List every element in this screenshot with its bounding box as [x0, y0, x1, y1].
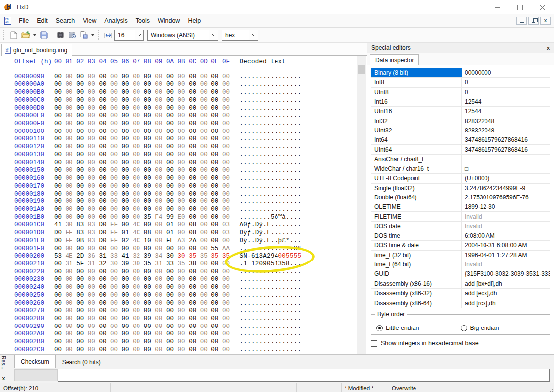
hex-byte[interactable]: 00	[88, 198, 99, 206]
hex-byte[interactable]: 00	[211, 229, 222, 237]
hex-byte[interactable]: 00	[88, 300, 99, 308]
hex-byte[interactable]: 00	[200, 206, 211, 214]
hex-byte[interactable]: 32	[133, 253, 144, 261]
hex-byte[interactable]: 00	[99, 198, 110, 206]
hex-byte[interactable]: 00	[110, 315, 122, 323]
hex-byte[interactable]: 00	[133, 159, 144, 167]
hex-byte[interactable]: 00	[178, 221, 189, 229]
hex-byte[interactable]: 00	[122, 214, 133, 222]
decoded-text[interactable]: ................	[240, 315, 302, 322]
inspector-value[interactable]: 6:08:00 AM	[462, 232, 550, 239]
hex-byte[interactable]: 00	[110, 143, 122, 151]
hex-byte[interactable]: 00	[122, 183, 133, 191]
hex-byte[interactable]: 00	[155, 206, 166, 214]
hex-byte[interactable]: 00	[189, 206, 200, 214]
hex-byte[interactable]: 00	[166, 346, 178, 354]
hex-byte[interactable]: 00	[76, 135, 88, 143]
hex-byte[interactable]: 00	[178, 112, 189, 120]
hex-byte[interactable]: 00	[133, 175, 144, 183]
hex-byte[interactable]: 00	[99, 167, 110, 175]
decoded-text[interactable]: ................	[240, 73, 302, 80]
hex-byte[interactable]: 00	[211, 120, 222, 128]
hex-byte[interactable]: 00	[76, 105, 88, 113]
hex-byte[interactable]: 00	[155, 292, 166, 300]
hex-byte[interactable]: 00	[155, 198, 166, 206]
tab-checksum[interactable]: Checksum	[14, 355, 56, 368]
hex-byte[interactable]: 00	[76, 89, 88, 97]
hex-byte[interactable]: 00	[122, 73, 133, 81]
hex-byte[interactable]: 35	[178, 261, 189, 268]
hex-byte[interactable]: 00	[122, 323, 133, 331]
hex-byte[interactable]: 00	[76, 214, 88, 222]
hex-byte[interactable]: 00	[189, 159, 200, 167]
hex-byte[interactable]: 00	[211, 143, 222, 151]
hex-byte[interactable]: 00	[54, 159, 66, 167]
inspector-value[interactable]: Invalid	[462, 261, 550, 268]
hex-byte[interactable]: 32	[99, 261, 110, 268]
hex-byte[interactable]: 00	[99, 128, 110, 136]
hex-byte[interactable]: 00	[110, 323, 122, 331]
hex-byte[interactable]: 35	[211, 253, 222, 261]
hex-byte[interactable]: 08	[144, 229, 155, 237]
hex-byte[interactable]: 00	[211, 268, 222, 276]
menu-window[interactable]: Window	[154, 15, 184, 26]
decoded-text[interactable]: ................	[240, 338, 302, 345]
hex-byte[interactable]: 00	[133, 276, 144, 284]
hex-byte[interactable]: 00	[110, 206, 122, 214]
hex-byte[interactable]: 00	[110, 307, 122, 315]
hex-byte[interactable]: 00	[189, 300, 200, 308]
hex-byte[interactable]: 00	[99, 143, 110, 151]
hex-byte[interactable]: 00	[200, 307, 211, 315]
bytes-per-row-combo[interactable]: 16	[114, 30, 144, 41]
hex-byte[interactable]: 00	[189, 135, 200, 143]
hex-byte[interactable]: 00	[54, 167, 66, 175]
menu-help[interactable]: Help	[184, 15, 205, 26]
hex-byte[interactable]: 00	[166, 159, 178, 167]
hex-byte[interactable]: 00	[110, 330, 122, 338]
hex-byte[interactable]: 00	[155, 105, 166, 113]
hex-byte[interactable]: 00	[189, 198, 200, 206]
hex-byte[interactable]: 00	[88, 73, 99, 81]
hex-byte[interactable]: 00	[133, 89, 144, 97]
inspector-value[interactable]: 00000000	[462, 69, 550, 76]
hex-byte[interactable]: 00	[54, 276, 66, 284]
panel-close-icon[interactable]: x	[547, 45, 550, 51]
decoded-text[interactable]: ........5ô™à....	[240, 214, 302, 221]
hex-byte[interactable]: 35	[222, 253, 234, 261]
hex-byte[interactable]: 00	[54, 206, 66, 214]
hex-byte[interactable]: 00	[222, 284, 234, 292]
hex-byte[interactable]: 00	[99, 292, 110, 300]
decoded-text[interactable]: ................	[240, 198, 302, 205]
hex-byte[interactable]: 00	[54, 105, 66, 113]
hex-byte[interactable]: 00	[178, 338, 189, 346]
hex-byte[interactable]: 00	[166, 81, 178, 89]
inspector-type-label[interactable]: UInt32	[371, 126, 462, 135]
hex-byte[interactable]: 00	[110, 198, 122, 206]
decoded-text[interactable]: ..............Uª	[240, 245, 302, 252]
decoded-text[interactable]: ................	[240, 330, 302, 337]
hex-byte[interactable]: 00	[54, 330, 66, 338]
hex-byte[interactable]: 00	[99, 175, 110, 183]
hex-byte[interactable]: 00	[66, 346, 77, 354]
offset-base-combo[interactable]: hex	[222, 30, 258, 41]
decoded-text[interactable]: ................	[240, 120, 302, 127]
hex-byte[interactable]: 00	[178, 73, 189, 81]
hex-byte[interactable]: 00	[122, 198, 133, 206]
encoding-combo[interactable]: Windows (ANSI)	[147, 30, 218, 41]
hex-byte[interactable]: F4	[155, 214, 166, 222]
hex-byte[interactable]: 00	[76, 307, 88, 315]
hex-byte[interactable]: 00	[166, 143, 178, 151]
hex-byte[interactable]: 01	[166, 229, 178, 237]
hex-byte[interactable]: 00	[200, 221, 211, 229]
hex-byte[interactable]: 00	[110, 338, 122, 346]
hex-byte[interactable]: 00	[166, 300, 178, 308]
hex-byte[interactable]: 00	[200, 89, 211, 97]
hex-byte[interactable]: FF	[110, 229, 122, 237]
hex-byte[interactable]: 00	[222, 214, 234, 222]
hex-byte[interactable]: 00	[133, 346, 144, 354]
hex-byte[interactable]: 00	[66, 167, 77, 175]
hex-byte[interactable]: 00	[178, 330, 189, 338]
inspector-value[interactable]: 2.17530109769596E-76	[462, 194, 550, 201]
hex-byte[interactable]: 00	[66, 81, 77, 89]
hex-byte[interactable]: 00	[178, 105, 189, 113]
